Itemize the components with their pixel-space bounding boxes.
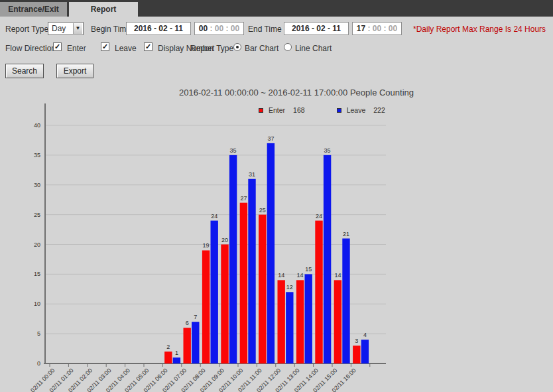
- flow-direction-label: Flow Direction: [5, 44, 56, 53]
- begin-time-rest: : 00 : 00: [208, 24, 239, 33]
- bar-value-label: 31: [249, 171, 255, 178]
- bar-value-label: 12: [286, 284, 293, 291]
- line-chart-radio-label: Line Chart: [295, 44, 332, 53]
- y-tick-label: 10: [34, 300, 40, 307]
- line-chart-radio[interactable]: [284, 43, 292, 51]
- end-time-rest: : 00 : 00: [365, 24, 397, 33]
- end-time-input[interactable]: 17 : 00 : 00: [352, 22, 402, 35]
- bar-value-label: 35: [324, 147, 331, 154]
- bar-value-label: 14: [334, 272, 341, 279]
- enter-bar: [296, 280, 304, 363]
- leave-bar: [173, 358, 180, 363]
- bar-value-label: 15: [305, 266, 312, 273]
- bar-value-label: 21: [343, 231, 349, 237]
- people-counting-bar-chart: 0510152025303540261920272514142414317243…: [0, 99, 553, 392]
- begin-time-hh: 00: [199, 24, 208, 33]
- leave-checkbox-label: Leave: [115, 44, 137, 53]
- enter-bar: [164, 352, 172, 363]
- leave-bar: [229, 155, 237, 363]
- chart-type-label: Report Type: [190, 44, 233, 53]
- begin-time-input[interactable]: 00 : 00 : 00: [194, 22, 244, 35]
- enter-bar: [315, 221, 322, 363]
- leave-bar: [248, 179, 255, 363]
- leave-bar: [211, 221, 218, 363]
- bar-value-label: 25: [259, 207, 266, 214]
- display-number-checkbox[interactable]: [144, 42, 153, 51]
- bar-value-label: 27: [240, 195, 247, 202]
- chart-title: 2016-02-11 00:00:00 ~ 2016-02-11 17:00:0…: [40, 88, 553, 98]
- bar-value-label: 7: [194, 314, 197, 320]
- bar-value-label: 4: [363, 332, 367, 338]
- y-tick-label: 35: [34, 152, 40, 159]
- leave-checkbox[interactable]: [101, 42, 109, 51]
- end-date-input[interactable]: 2016 - 02 - 11: [284, 22, 349, 35]
- enter-bar: [240, 203, 247, 363]
- report-type-label: Report Type: [5, 25, 48, 34]
- tab-entrance-exit[interactable]: Entrance/Exit: [0, 2, 67, 17]
- bar-value-label: 6: [186, 320, 189, 326]
- bar-value-label: 24: [316, 213, 322, 220]
- tab-report[interactable]: Report: [69, 2, 138, 17]
- report-type-value: Day: [52, 24, 66, 33]
- enter-bar: [184, 328, 191, 363]
- leave-bar: [342, 239, 349, 363]
- enter-checkbox[interactable]: [53, 42, 62, 51]
- report-type-select[interactable]: Day ▼: [48, 22, 84, 35]
- bar-value-label: 24: [211, 213, 217, 220]
- leave-bar: [324, 155, 331, 363]
- bar-value-label: 20: [221, 237, 228, 243]
- enter-bar: [278, 280, 285, 363]
- bar-value-label: 35: [230, 147, 237, 154]
- max-range-note: *Daily Report Max Range Is 24 Hours: [413, 25, 546, 34]
- bar-value-label: 14: [278, 272, 284, 279]
- bar-value-label: 3: [355, 338, 358, 344]
- y-tick-label: 5: [37, 330, 40, 337]
- people-counting-page: { "tab_bar": { "tabs": [ { "label": "Ent…: [0, 0, 553, 392]
- bar-value-label: 2: [166, 344, 170, 350]
- export-button[interactable]: Export: [56, 64, 93, 78]
- begin-time-label: Begin Time: [91, 25, 131, 34]
- enter-bar: [221, 245, 228, 364]
- leave-bar: [286, 292, 293, 363]
- leave-bar: [192, 322, 199, 363]
- enter-bar: [353, 346, 360, 363]
- y-tick-label: 40: [34, 122, 40, 129]
- tab-bar: Entrance/Exit Report: [0, 0, 553, 17]
- bar-value-label: 14: [297, 272, 304, 279]
- leave-bar: [305, 274, 312, 363]
- bar-value-label: 19: [203, 242, 210, 249]
- enter-bar: [334, 280, 341, 363]
- bar-chart-radio-label: Bar Chart: [245, 44, 278, 53]
- bar-value-label: 1: [175, 350, 178, 356]
- y-tick-label: 25: [34, 212, 40, 218]
- y-tick-label: 20: [34, 241, 40, 248]
- y-tick-label: 0: [37, 360, 40, 367]
- chevron-down-icon[interactable]: ▼: [73, 23, 82, 34]
- end-time-hh: 17: [357, 24, 365, 33]
- end-time-label: End Time: [248, 25, 282, 34]
- leave-bar: [267, 143, 275, 363]
- enter-bar: [259, 215, 266, 363]
- bar-value-label: 37: [267, 135, 274, 142]
- enter-bar: [202, 250, 210, 363]
- y-tick-label: 30: [34, 182, 40, 188]
- begin-date-input[interactable]: 2016 - 02 - 11: [126, 22, 191, 35]
- enter-checkbox-label: Enter: [67, 44, 86, 53]
- leave-bar: [361, 340, 369, 363]
- y-tick-label: 15: [34, 271, 40, 277]
- search-button[interactable]: Search: [5, 64, 44, 78]
- bar-chart-radio[interactable]: [233, 43, 241, 51]
